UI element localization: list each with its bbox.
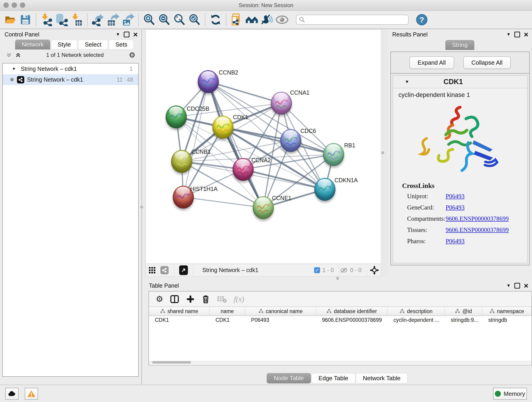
scrollbar-thumb[interactable] bbox=[152, 361, 191, 364]
tab-string[interactable]: String bbox=[445, 40, 474, 50]
tab-network[interactable]: Network bbox=[15, 40, 50, 50]
expand-all-button[interactable]: Expand All bbox=[409, 56, 454, 69]
panel-float-icon[interactable] bbox=[124, 32, 129, 37]
tab-sets[interactable]: Sets bbox=[109, 40, 134, 50]
column-header-canonical-name[interactable]: canonical name bbox=[245, 307, 316, 316]
network-row-selected[interactable]: String Network – cdk1 11 48 bbox=[3, 74, 138, 85]
first-neighbors-button[interactable] bbox=[244, 12, 259, 27]
entry-header[interactable]: ▼ CDK1 bbox=[393, 76, 527, 88]
panel-float-icon[interactable] bbox=[514, 283, 520, 288]
tab-edge-table[interactable]: Edge Table bbox=[311, 373, 355, 383]
search-box[interactable] bbox=[296, 15, 409, 25]
table-hscrollbar[interactable] bbox=[149, 361, 532, 364]
hide-selected-button[interactable] bbox=[259, 12, 274, 27]
panel-close-icon[interactable]: × bbox=[133, 32, 138, 37]
crosslink-link[interactable]: P06493 bbox=[446, 204, 465, 211]
network-node-ccna1[interactable] bbox=[271, 92, 292, 115]
table-data-row[interactable]: CDK1CDK1P064939606.ENSP00000378699cyclin… bbox=[149, 316, 532, 324]
apply-layout-button[interactable] bbox=[208, 12, 223, 27]
splitter-handle[interactable] bbox=[140, 206, 143, 209]
cloud-button[interactable] bbox=[5, 388, 19, 400]
network-node-cdc25b[interactable] bbox=[166, 105, 187, 128]
expand-all-icon[interactable] bbox=[15, 52, 21, 58]
export-table-button[interactable] bbox=[105, 12, 120, 27]
string-tab-icon[interactable] bbox=[158, 265, 171, 275]
window-zoom-light[interactable] bbox=[20, 2, 25, 8]
panel-collapse-icon[interactable]: ▼ bbox=[506, 32, 511, 37]
zoom-fit-button[interactable] bbox=[172, 12, 187, 27]
entry-expand-icon[interactable]: ▼ bbox=[405, 79, 409, 84]
crosslink-link[interactable]: P06493 bbox=[446, 193, 465, 200]
crosslink-link[interactable]: 9606.ENSP00000378699 bbox=[446, 226, 509, 234]
network-node-ccne1[interactable] bbox=[253, 196, 274, 219]
network-node-cdk1[interactable] bbox=[212, 116, 234, 139]
network-node-cdc6[interactable] bbox=[280, 129, 301, 152]
warning-button[interactable] bbox=[25, 388, 38, 400]
column-header-namespace[interactable]: namespace bbox=[482, 307, 532, 316]
network-edge[interactable] bbox=[208, 82, 281, 103]
network-node-ccnb1[interactable] bbox=[171, 150, 192, 173]
import-table-button[interactable] bbox=[69, 12, 84, 27]
crosslink-link[interactable]: P06493 bbox=[446, 238, 465, 245]
table-cell[interactable]: CDK1 bbox=[149, 316, 210, 324]
panel-collapse-icon[interactable]: ▼ bbox=[116, 32, 120, 37]
column-header-name[interactable]: name bbox=[210, 307, 245, 316]
selected-checkbox-icon[interactable]: ✓ bbox=[314, 267, 320, 273]
tab-style[interactable]: Style bbox=[51, 40, 77, 50]
collapse-all-icon[interactable] bbox=[6, 52, 12, 58]
window-close-light[interactable] bbox=[3, 2, 9, 8]
column-header--id[interactable]: @id bbox=[445, 307, 482, 316]
export-image-button[interactable] bbox=[120, 12, 136, 27]
table-cell[interactable]: stringdb:9... bbox=[445, 316, 482, 324]
help-button[interactable]: ? bbox=[414, 12, 429, 27]
column-header-description[interactable]: description bbox=[387, 307, 445, 316]
show-all-button[interactable] bbox=[274, 12, 290, 27]
window-minimize-light[interactable] bbox=[12, 2, 17, 8]
open-session-button[interactable] bbox=[3, 12, 18, 27]
network-node-cdkn1a[interactable] bbox=[314, 178, 336, 201]
tab-node-table[interactable]: Node Table bbox=[267, 373, 311, 383]
network-node-rb1[interactable] bbox=[323, 143, 344, 166]
import-network-file-button[interactable] bbox=[39, 12, 54, 27]
split-columns-icon[interactable] bbox=[170, 294, 179, 304]
birdseye-toggle-icon[interactable] bbox=[368, 265, 381, 275]
tree-expand-icon[interactable]: ▼ bbox=[12, 67, 16, 71]
splitter-handle[interactable] bbox=[336, 277, 339, 280]
column-header-shared-name[interactable]: shared name bbox=[149, 307, 210, 316]
table-cell[interactable]: CDK1 bbox=[210, 316, 245, 324]
crosslink-link[interactable]: 9606.ENSP00000378699 bbox=[446, 215, 509, 222]
table-cell[interactable]: cyclin-dependent ... bbox=[387, 316, 445, 324]
panel-close-icon[interactable]: × bbox=[524, 32, 528, 37]
panel-close-icon[interactable]: × bbox=[524, 283, 528, 288]
export-network-button[interactable] bbox=[90, 12, 105, 27]
table-cell[interactable]: P06493 bbox=[245, 316, 316, 324]
network-node-ccnb2[interactable] bbox=[198, 70, 219, 93]
import-network-database-button[interactable] bbox=[54, 12, 69, 27]
zoom-in-button[interactable] bbox=[142, 12, 157, 27]
table-cell[interactable]: stringdb bbox=[482, 316, 532, 324]
memory-button[interactable]: Memory bbox=[493, 388, 527, 400]
add-column-icon[interactable] bbox=[186, 295, 195, 303]
tab-select[interactable]: Select bbox=[78, 40, 108, 50]
table-gear-icon[interactable]: ⚙ bbox=[156, 294, 163, 304]
grid-view-icon[interactable] bbox=[146, 265, 158, 275]
panel-float-icon[interactable] bbox=[514, 32, 520, 37]
network-canvas[interactable]: CCNB2 CCNA1 CDC25B CDK1 CDC6 RB1 CCNB1 C… bbox=[146, 30, 381, 264]
collapse-all-button[interactable]: Collapse All bbox=[463, 56, 511, 69]
table-cell[interactable]: 9606.ENSP00000378699 bbox=[316, 316, 388, 324]
duplicate-network-button[interactable] bbox=[229, 12, 244, 27]
delete-column-icon[interactable] bbox=[202, 294, 210, 304]
splitter-handle[interactable] bbox=[381, 151, 384, 154]
panel-collapse-icon[interactable]: ▼ bbox=[506, 283, 511, 288]
network-node-ccna2[interactable] bbox=[233, 158, 254, 181]
save-session-button[interactable] bbox=[18, 12, 33, 27]
column-header-database-identifier[interactable]: database identifier bbox=[316, 307, 388, 316]
network-collection-row[interactable]: ▼ String Network – cdk1 1 bbox=[3, 64, 138, 74]
tab-network-table[interactable]: Network Table bbox=[356, 373, 408, 383]
network-edge[interactable] bbox=[183, 197, 263, 208]
search-input[interactable] bbox=[305, 15, 406, 24]
zoom-out-button[interactable] bbox=[157, 12, 172, 27]
gear-icon[interactable]: ⚙ bbox=[129, 51, 135, 59]
detach-view-icon[interactable] bbox=[177, 265, 190, 275]
zoom-selected-button[interactable] bbox=[187, 12, 202, 27]
